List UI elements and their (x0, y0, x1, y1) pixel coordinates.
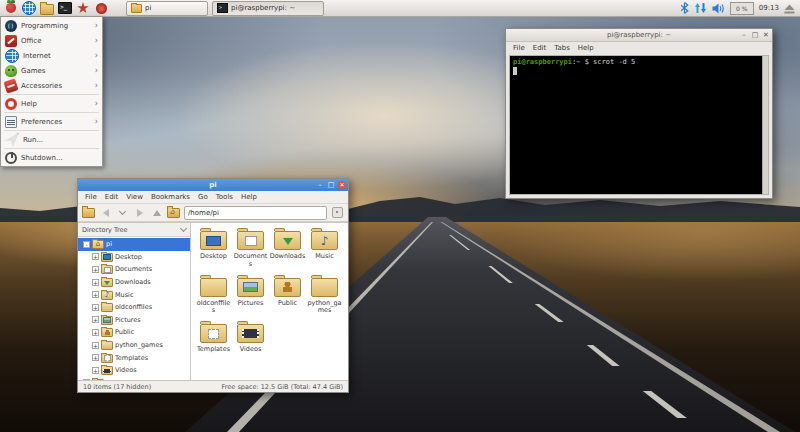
tree-item[interactable]: - pi (78, 238, 190, 251)
tree-item-label: Desktop (115, 253, 142, 261)
minimize-icon[interactable]: – (316, 182, 324, 189)
menubar-item[interactable]: View (122, 193, 147, 201)
menu-item-accessories[interactable]: Accessories › (1, 78, 102, 93)
tree-item[interactable]: + oldconffiles (78, 301, 190, 314)
menubar-item[interactable]: Help (237, 193, 261, 201)
maximize-icon[interactable]: □ (327, 182, 335, 189)
file-item[interactable]: Videos (232, 320, 269, 354)
menu-item-games[interactable]: Games › (1, 63, 102, 78)
web-browser-icon[interactable] (22, 1, 36, 15)
tree-item[interactable]: + python_games (78, 339, 190, 352)
menubar-item[interactable]: Edit (529, 44, 551, 52)
folder-icon (237, 278, 264, 297)
file-item[interactable]: python_games (306, 274, 343, 316)
menubar-item[interactable]: Tools (212, 193, 237, 201)
minimize-icon[interactable]: – (740, 32, 748, 39)
volume-icon[interactable] (712, 0, 725, 18)
history-dropdown-icon[interactable] (116, 206, 129, 219)
expander-icon[interactable]: + (92, 316, 99, 323)
file-item[interactable]: Pictures (232, 274, 269, 316)
clock[interactable]: 09:13 (759, 4, 779, 12)
back-icon[interactable] (99, 206, 112, 219)
expander-icon[interactable]: - (83, 241, 90, 248)
menu-item-preferences[interactable]: Preferences › (1, 114, 102, 129)
folder-icon (101, 354, 113, 363)
tree-item[interactable]: + Pictures (78, 314, 190, 327)
taskbar-window-terminal[interactable]: pi@raspberrypi: ~ (212, 1, 324, 16)
file-item[interactable]: Desktop (195, 227, 232, 269)
taskbar-window-pi[interactable]: pi (126, 1, 208, 16)
submenu-arrow-icon: › (95, 22, 98, 30)
terminal-scrollbar[interactable] (762, 56, 768, 194)
close-icon[interactable]: ✕ (338, 181, 346, 189)
submenu-arrow-icon: › (95, 67, 98, 75)
folder-icon (101, 253, 113, 262)
side-pane-mode-select[interactable]: Directory Tree (78, 223, 190, 237)
tree-item[interactable]: + Downloads (78, 276, 190, 289)
file-item[interactable]: Public (269, 274, 306, 316)
new-tab-icon[interactable] (82, 206, 95, 219)
menubar-item[interactable]: Bookmarks (147, 193, 194, 201)
menu-item-office[interactable]: Office › (1, 33, 102, 48)
tree-item[interactable]: + Desktop (78, 251, 190, 264)
tree-item[interactable]: + Music (78, 288, 190, 301)
menu-item-shutdown[interactable]: Shutdown... (1, 150, 102, 165)
expander-icon[interactable]: + (92, 253, 99, 260)
forward-icon[interactable] (133, 206, 146, 219)
menu-item-help[interactable]: Help › (1, 96, 102, 111)
expander-icon[interactable]: + (92, 304, 99, 311)
expander-icon[interactable]: + (92, 291, 99, 298)
folder-icon (101, 291, 113, 300)
menubar-item[interactable]: Go (194, 193, 212, 201)
cpu-monitor[interactable]: 0 % (730, 2, 754, 15)
file-manager-icon[interactable] (40, 1, 54, 15)
menu-raspberry-icon[interactable] (4, 1, 18, 15)
menu-separator (4, 130, 99, 131)
maximize-icon[interactable]: □ (751, 32, 759, 39)
toolbar-extra-icon[interactable] (331, 206, 344, 219)
menu-item-icon (5, 49, 19, 63)
menubar-item[interactable]: Help (574, 44, 598, 52)
menubar-item[interactable]: Tabs (550, 44, 574, 52)
file-item[interactable]: Documents (232, 227, 269, 269)
menu-item-run[interactable]: Run... (1, 132, 102, 147)
folder-icon (101, 278, 113, 287)
home-icon[interactable] (167, 206, 180, 219)
menubar-item[interactable]: Edit (101, 193, 123, 201)
menu-item-label: Run... (23, 136, 94, 144)
file-item[interactable]: oldconffiles (195, 274, 232, 316)
mathematica-icon[interactable] (76, 1, 90, 15)
terminal-titlebar[interactable]: pi@raspberrypi: ~ – □ ✕ (506, 29, 772, 42)
wolfram-icon[interactable] (94, 1, 108, 15)
expander-icon[interactable]: + (92, 329, 99, 336)
status-items-count: 10 items (17 hidden) (83, 383, 151, 391)
folder-icon (92, 379, 104, 380)
menu-item-programming[interactable]: Programming › (1, 18, 102, 33)
file-item[interactable]: Music (306, 227, 343, 269)
terminal-launcher-icon[interactable] (58, 1, 72, 15)
menubar-item[interactable]: File (509, 44, 529, 52)
tree-item[interactable]: + Public (78, 326, 190, 339)
expander-icon[interactable]: + (92, 279, 99, 286)
file-item[interactable]: Downloads (269, 227, 306, 269)
network-updown-icon[interactable] (694, 0, 707, 18)
bluetooth-icon[interactable] (680, 0, 689, 18)
menu-item-internet[interactable]: Internet › (1, 48, 102, 63)
expander-icon[interactable]: + (92, 266, 99, 273)
up-icon[interactable] (150, 206, 163, 219)
expander-icon[interactable]: + (92, 354, 99, 361)
file-manager-titlebar[interactable]: pi – □ ✕ (78, 179, 348, 191)
eject-icon[interactable] (784, 0, 795, 18)
folder-icon (237, 231, 264, 250)
expander-icon[interactable]: + (92, 342, 99, 349)
tree-item[interactable]: + Templates (78, 351, 190, 364)
tree-item[interactable]: + Documents (78, 263, 190, 276)
tree-item[interactable]: + Videos (78, 364, 190, 377)
file-item[interactable]: Templates (195, 320, 232, 354)
path-input[interactable] (184, 206, 327, 220)
terminal-screen[interactable]: pi@raspberrypi:~ $ scrot -d 5 (509, 55, 769, 195)
expander-icon[interactable]: + (92, 367, 99, 374)
submenu-arrow-icon: › (95, 100, 98, 108)
close-icon[interactable]: ✕ (762, 32, 770, 39)
menubar-item[interactable]: File (81, 193, 101, 201)
